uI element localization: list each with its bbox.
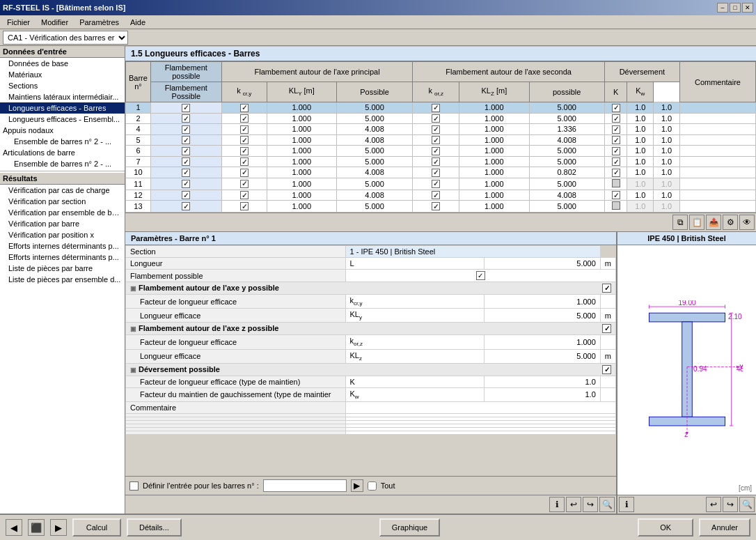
table-checkbox[interactable]	[432, 136, 440, 144]
sidebar-item-materiaux[interactable]: Matériaux	[0, 69, 125, 80]
table-checkbox[interactable]	[612, 114, 620, 123]
table-checkbox[interactable]	[240, 202, 249, 210]
param-val-k[interactable]: 1.0	[484, 376, 600, 387]
table-checkbox[interactable]	[432, 180, 440, 188]
table-row[interactable]: 21.0005.0001.0005.0001.01.0	[126, 113, 756, 124]
table-checkbox[interactable]	[182, 169, 190, 177]
table-checkbox[interactable]	[182, 125, 190, 134]
table-checkbox[interactable]	[240, 104, 249, 112]
table-checkbox[interactable]	[182, 104, 190, 112]
menu-aide[interactable]: Aide	[125, 15, 151, 29]
sidebar-item-ensemble-2[interactable]: Ensemble de barres n° 2 - ...	[0, 158, 125, 169]
xsection-icon-3[interactable]: 🔍	[739, 497, 755, 512]
cas-dropdown[interactable]: CA1 - Vérification des barres er ...	[3, 31, 128, 45]
param-val-longueur-z[interactable]: 5.000	[484, 349, 600, 363]
sidebar-item-verif-barre[interactable]: Vérification par barre	[0, 218, 125, 229]
table-checkbox[interactable]	[240, 136, 249, 144]
sidebar-item-verif-cas[interactable]: Vérification par cas de charge	[0, 185, 125, 196]
table-checkbox[interactable]	[432, 202, 440, 210]
sidebar-item-efforts-1[interactable]: Efforts internes déterminants p...	[0, 240, 125, 252]
xsection-icon-1[interactable]: ↩	[706, 497, 721, 512]
sidebar-item-liste-barres[interactable]: Liste de pièces par barre	[0, 263, 125, 274]
table-icon-2[interactable]: 📋	[689, 215, 704, 230]
param-val-facteur-y[interactable]: 1.000	[484, 295, 600, 309]
table-row[interactable]: 131.0005.0001.0005.0001.01.0	[126, 201, 756, 213]
menu-modifier[interactable]: Modifier	[36, 15, 74, 29]
table-icon-1[interactable]: ⧉	[672, 215, 688, 230]
table-checkbox[interactable]	[432, 157, 440, 166]
xsection-icon-2[interactable]: ↪	[723, 497, 738, 512]
table-checkbox[interactable]	[240, 180, 249, 188]
annuler-button[interactable]: Annuler	[699, 518, 750, 537]
sidebar-item-verif-ensemble[interactable]: Vérification par ensemble de ba...	[0, 207, 125, 218]
table-checkbox[interactable]	[612, 179, 620, 187]
table-row[interactable]: 71.0005.0001.0005.0001.01.0	[126, 156, 756, 167]
xsection-info-icon[interactable]: ℹ	[619, 497, 634, 512]
sidebar-item-efforts-2[interactable]: Efforts internes déterminants p...	[0, 252, 125, 263]
sidebar-item-maintiens[interactable]: Maintiens latéraux intermédiair...	[0, 91, 125, 102]
tout-checkbox[interactable]	[368, 481, 377, 491]
close-button[interactable]: ✕	[742, 3, 753, 13]
table-checkbox[interactable]	[612, 191, 620, 199]
table-checkbox[interactable]	[182, 136, 190, 144]
sidebar-item-verif-section[interactable]: Vérification par section	[0, 196, 125, 207]
graphique-button[interactable]: Graphique	[379, 518, 440, 537]
sidebar-item-donnees-base[interactable]: Données de base	[0, 58, 125, 69]
calcul-button[interactable]: Calcul	[72, 518, 121, 537]
sidebar-item-liste-ensemble[interactable]: Liste de pièces par ensemble d...	[0, 274, 125, 285]
sidebar-item-ensemble-1[interactable]: Ensemble de barres n° 2 - ...	[0, 136, 125, 147]
flamb-z-checkbox[interactable]	[602, 324, 611, 333]
table-icon-5[interactable]: 👁	[739, 215, 755, 230]
table-checkbox[interactable]	[432, 114, 440, 123]
derv-checkbox[interactable]	[602, 365, 611, 374]
table-icon-3[interactable]: 📤	[706, 215, 721, 230]
table-row[interactable]: 51.0004.0081.0004.0081.01.0	[126, 134, 756, 146]
table-checkbox[interactable]	[182, 191, 190, 199]
table-checkbox[interactable]	[612, 136, 620, 144]
table-checkbox[interactable]	[612, 169, 620, 177]
status-icon-1[interactable]: ◀	[6, 519, 22, 536]
table-row[interactable]: 121.0004.0081.0004.0081.01.0	[126, 190, 756, 201]
table-checkbox[interactable]	[432, 147, 440, 155]
param-val-longueur-y[interactable]: 5.000	[484, 309, 600, 323]
table-checkbox[interactable]	[240, 147, 249, 155]
footer-icon-3[interactable]: ↪	[583, 497, 598, 512]
table-row[interactable]: 41.0004.0081.0001.3361.01.0	[126, 124, 756, 135]
table-checkbox[interactable]	[182, 147, 190, 155]
param-val-comment[interactable]	[345, 401, 615, 413]
param-val-longueur[interactable]: 5.000	[484, 258, 600, 270]
minimize-button[interactable]: –	[717, 3, 728, 13]
table-checkbox[interactable]	[182, 180, 190, 188]
define-input-icon[interactable]: ▶	[351, 479, 363, 492]
flamb-y-checkbox[interactable]	[602, 284, 611, 293]
table-checkbox[interactable]	[612, 157, 620, 166]
flamb-poss-checkbox[interactable]	[476, 271, 485, 280]
define-input-field[interactable]	[263, 479, 347, 492]
table-row[interactable]: 111.0005.0001.0005.0001.01.0	[126, 178, 756, 190]
param-val-kw[interactable]: 1.0	[484, 387, 600, 401]
title-controls[interactable]: – □ ✕	[717, 3, 753, 13]
table-icon-4[interactable]: ⚙	[723, 215, 738, 230]
table-checkbox[interactable]	[612, 201, 620, 210]
table-checkbox[interactable]	[182, 202, 190, 210]
table-checkbox[interactable]	[240, 191, 249, 199]
table-checkbox[interactable]	[432, 125, 440, 134]
status-icon-2[interactable]: ⬛	[28, 519, 45, 536]
table-checkbox[interactable]	[240, 114, 249, 123]
main-table-container[interactable]: Barren° Flambementpossible Flambement au…	[125, 61, 756, 213]
define-input-checkbox[interactable]	[129, 481, 139, 491]
menu-fichier[interactable]: Fichier	[1, 15, 36, 29]
table-checkbox[interactable]	[432, 191, 440, 199]
sidebar-item-verif-position[interactable]: Vérification par position x	[0, 229, 125, 240]
table-checkbox[interactable]	[432, 169, 440, 177]
footer-icon-2[interactable]: ↩	[566, 497, 581, 512]
sidebar-item-longueurs-ensemble[interactable]: Longueurs efficaces - Ensembl...	[0, 114, 125, 125]
sidebar-item-appuis[interactable]: Appuis nodaux	[0, 125, 125, 136]
status-icon-3[interactable]: ▶	[50, 519, 67, 536]
table-row[interactable]: 61.0005.0001.0005.0001.01.0	[126, 146, 756, 157]
sidebar-item-sections[interactable]: Sections	[0, 80, 125, 91]
details-button[interactable]: Détails...	[127, 518, 182, 537]
table-checkbox[interactable]	[240, 157, 249, 166]
table-row[interactable]: 11.0005.0001.0005.0001.01.0	[126, 102, 756, 114]
footer-icon-1[interactable]: ℹ	[549, 497, 565, 512]
